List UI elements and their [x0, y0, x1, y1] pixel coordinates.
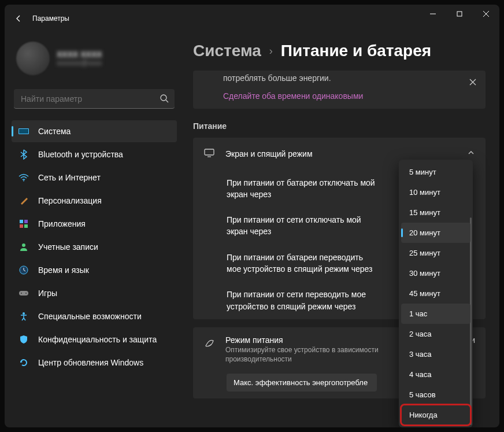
wifi-icon [18, 172, 29, 183]
svg-rect-17 [19, 291, 28, 296]
sidebar-item-shield[interactable]: Конфиденциальность и защита [12, 328, 177, 350]
dropdown-option[interactable]: Никогда [401, 405, 470, 425]
sidebar-item-label: Время и язык [38, 265, 89, 275]
app-title: Параметры [32, 14, 69, 23]
minimize-button[interactable] [420, 5, 446, 23]
sidebar-item-label: Приложения [38, 219, 86, 228]
sidebar-item-accessibility[interactable]: Специальные возможности [12, 305, 177, 327]
dropdown-option[interactable]: 20 минут [401, 223, 470, 243]
chevron-up-icon [467, 149, 475, 159]
sidebar-item-bluetooth[interactable]: Bluetooth и устройства [12, 143, 177, 165]
svg-rect-1 [457, 12, 462, 16]
profile[interactable]: XXXX XXXX xxxxxxx@xxxx [12, 32, 177, 87]
setting-label: При питании от батареи отключать мой экр… [227, 177, 377, 201]
alert-text: потреблять больше энергии. [223, 73, 460, 84]
person-icon [18, 242, 29, 252]
sidebar-item-update[interactable]: Центр обновления Windows [12, 352, 177, 374]
update-icon [18, 357, 29, 368]
setting-label: При питании от батареи переводить мое ус… [227, 252, 377, 275]
svg-rect-11 [20, 224, 23, 228]
svg-point-19 [25, 293, 27, 294]
sidebar-item-label: Сеть и Интернет [38, 173, 101, 182]
dropdown-option[interactable]: 2 часа [401, 324, 470, 344]
sidebar-item-clock[interactable]: Время и язык [12, 259, 177, 281]
time-dropdown: 5 минут10 минут15 минут20 минут25 минут3… [399, 160, 473, 427]
close-button[interactable] [473, 5, 499, 23]
clock-icon [18, 265, 29, 275]
brush-icon [18, 195, 29, 206]
sidebar-item-apps[interactable]: Приложения [12, 213, 177, 235]
profile-name: XXXX XXXX [57, 50, 102, 59]
sidebar-item-label: Центр обновления Windows [38, 358, 143, 367]
sidebar-item-person[interactable]: Учетные записи [12, 236, 177, 258]
svg-rect-23 [205, 149, 214, 155]
apps-icon [18, 219, 29, 229]
svg-point-18 [21, 293, 22, 294]
sidebar-item-gamepad[interactable]: Игры [12, 282, 177, 304]
bluetooth-icon [18, 149, 29, 160]
svg-rect-7 [19, 129, 28, 134]
svg-rect-10 [24, 220, 28, 223]
chevron-right-icon: › [269, 45, 273, 57]
alert-close-button[interactable] [466, 75, 480, 89]
alert-link[interactable]: Сделайте оба времени одинаковыми [223, 91, 460, 101]
sidebar-item-label: Игры [38, 289, 57, 298]
search-box [14, 89, 175, 109]
dropdown-option[interactable]: 4 часа [401, 364, 470, 385]
sidebar-item-label: Учетные записи [38, 242, 98, 252]
arrow-left-icon [14, 14, 23, 23]
dropdown-option[interactable]: 5 часов [401, 385, 470, 405]
power-mode-select[interactable]: Макс. эффективность энергопотребле [227, 374, 377, 392]
svg-line-5 [166, 100, 168, 102]
sidebar-item-system[interactable]: Система [12, 120, 177, 142]
svg-point-20 [23, 312, 25, 315]
dropdown-option[interactable]: 30 минут [401, 263, 470, 283]
screen-sleep-title: Экран и спящий режим [225, 149, 457, 158]
titlebar: Параметры [5, 5, 499, 32]
sidebar-item-brush[interactable]: Персонализация [12, 190, 177, 212]
avatar [16, 42, 50, 75]
svg-rect-9 [20, 220, 23, 223]
svg-point-8 [23, 180, 24, 182]
page-title: Питание и батарея [281, 42, 431, 60]
search-icon [160, 94, 169, 105]
setting-label: При питании от сети переводить мое устро… [227, 289, 377, 312]
back-button[interactable] [9, 9, 28, 28]
sidebar-item-label: Конфиденциальность и защита [38, 335, 157, 344]
alert-banner: потреблять больше энергии. Сделайте оба … [193, 71, 486, 109]
dropdown-option[interactable]: 45 минут [401, 283, 470, 304]
body: XXXX XXXX xxxxxxx@xxxx СистемаBluetooth … [5, 32, 499, 427]
section-title-power: Питание [193, 121, 486, 131]
close-icon [469, 79, 476, 86]
dropdown-option[interactable]: 1 час [401, 304, 470, 324]
breadcrumb: Система › Питание и батарея [193, 42, 486, 60]
sidebar-item-label: Персонализация [38, 196, 102, 205]
leaf-icon [203, 338, 215, 352]
search-input[interactable] [14, 89, 175, 109]
settings-window: Параметры XXXX XXXX xxxxxxx@xxxx Сист [5, 5, 499, 427]
gamepad-icon [18, 288, 29, 298]
sidebar-item-wifi[interactable]: Сеть и Интернет [12, 167, 177, 189]
svg-point-4 [161, 95, 166, 101]
content: Система › Питание и батарея потреблять б… [184, 32, 499, 427]
dropdown-option[interactable]: 25 минут [401, 243, 470, 263]
accessibility-icon [18, 311, 29, 322]
window-controls [420, 5, 499, 23]
breadcrumb-parent[interactable]: Система [193, 42, 261, 60]
dropdown-option[interactable]: 10 минут [401, 182, 470, 202]
sidebar-item-label: Bluetooth и устройства [38, 150, 123, 159]
svg-rect-12 [24, 224, 28, 228]
maximize-button[interactable] [446, 5, 473, 23]
profile-email: xxxxxxx@xxxx [57, 59, 102, 67]
nav: СистемаBluetooth и устройстваСеть и Инте… [12, 120, 177, 374]
setting-label: При питании от сети отключать мой экран … [227, 214, 377, 238]
sidebar: XXXX XXXX xxxxxxx@xxxx СистемаBluetooth … [5, 32, 184, 427]
dropdown-option[interactable]: 3 часа [401, 344, 470, 364]
dropdown-option[interactable]: 15 минут [401, 202, 470, 223]
svg-point-13 [22, 243, 25, 247]
dropdown-option[interactable]: 5 минут [401, 162, 470, 182]
sidebar-item-label: Специальные возможности [38, 312, 142, 321]
sidebar-item-label: Система [38, 127, 71, 136]
monitor-icon [203, 147, 215, 161]
shield-icon [18, 334, 29, 345]
